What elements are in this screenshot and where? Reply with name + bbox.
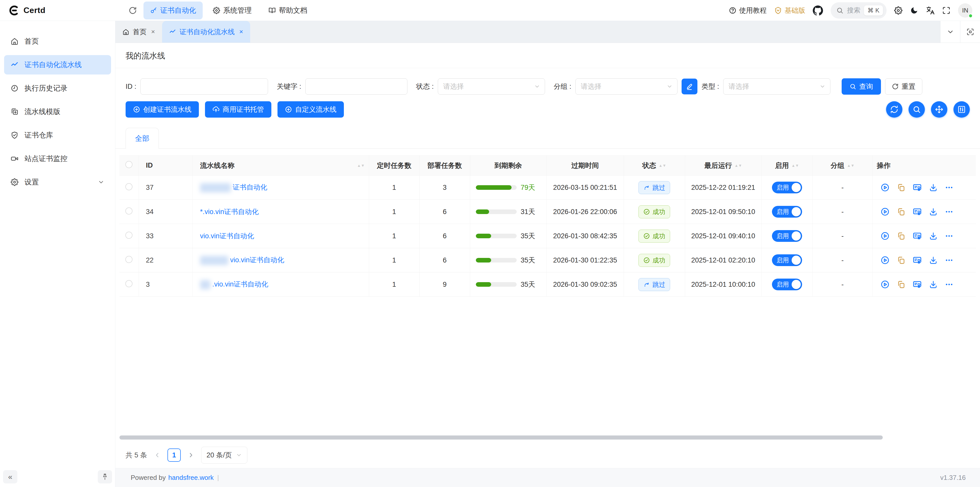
tab-home[interactable]: 首页 × xyxy=(115,21,162,43)
more-actions-button[interactable] xyxy=(945,256,953,265)
sidebar-item-home[interactable]: 首页 xyxy=(4,32,111,51)
enable-toggle[interactable]: 启用 xyxy=(772,254,802,266)
download-certificate-button[interactable] xyxy=(929,232,938,240)
sort-toggle[interactable]: ▲▼ xyxy=(659,164,666,167)
more-actions-button[interactable] xyxy=(945,280,953,289)
view-certificate-button[interactable] xyxy=(913,183,922,192)
more-actions-button[interactable] xyxy=(945,232,953,240)
enable-toggle[interactable]: 启用 xyxy=(772,182,802,194)
maximize-content-button[interactable] xyxy=(960,21,980,43)
fullscreen-icon[interactable] xyxy=(942,6,950,14)
sidebar-item-cert-pipeline[interactable]: 证书自动化流水线 xyxy=(4,55,111,75)
horizontal-scrollbar[interactable] xyxy=(119,435,883,439)
run-pipeline-button[interactable] xyxy=(880,255,889,265)
more-actions-button[interactable] xyxy=(945,208,953,216)
download-certificate-button[interactable] xyxy=(929,183,938,192)
status-filter-select[interactable]: 请选择 xyxy=(438,78,545,95)
view-certificate-button[interactable] xyxy=(913,207,922,216)
enable-toggle[interactable]: 启用 xyxy=(772,279,802,290)
download-certificate-button[interactable] xyxy=(929,280,938,289)
row-checkbox[interactable] xyxy=(125,208,132,214)
sidebar-item-history[interactable]: 执行历史记录 xyxy=(4,79,111,98)
search-toggle-button[interactable] xyxy=(908,101,925,117)
reset-button[interactable]: 重置 xyxy=(885,78,922,95)
copy-pipeline-button[interactable] xyxy=(897,280,905,289)
copy-pipeline-button[interactable] xyxy=(897,256,905,265)
handsfree-link[interactable]: handsfree.work xyxy=(168,474,214,482)
query-button[interactable]: 查询 xyxy=(842,78,881,95)
copy-pipeline-button[interactable] xyxy=(897,232,905,240)
commercial-cert-button[interactable]: 商用证书托管 xyxy=(205,101,271,117)
refresh-button[interactable] xyxy=(129,6,137,14)
move-layout-button[interactable] xyxy=(931,101,947,117)
sidebar-item-templates[interactable]: 流水线模版 xyxy=(4,102,111,121)
sidebar-item-cert-repo[interactable]: 证书仓库 xyxy=(4,125,111,145)
sort-toggle[interactable]: ▲▼ xyxy=(357,164,365,167)
group-tab-all[interactable]: 全部 xyxy=(126,128,159,149)
sort-toggle[interactable]: ▲▼ xyxy=(791,164,799,167)
dark-mode-moon-icon[interactable] xyxy=(910,6,918,14)
pipeline-name-link[interactable]: vio.vin证书自动化 xyxy=(230,256,285,264)
view-certificate-button[interactable] xyxy=(913,232,922,241)
user-avatar[interactable]: IN xyxy=(958,3,972,17)
next-page-button[interactable] xyxy=(188,452,194,459)
row-checkbox[interactable] xyxy=(125,183,132,190)
create-pipeline-button[interactable]: 创建证书流水线 xyxy=(126,101,199,117)
collapse-sidebar-button[interactable]: « xyxy=(3,470,18,484)
sort-toggle[interactable]: ▲▼ xyxy=(847,164,855,167)
edition-badge[interactable]: 基础版 xyxy=(774,6,805,15)
more-actions-button[interactable] xyxy=(945,183,953,192)
view-certificate-button[interactable] xyxy=(913,280,922,289)
pin-sidebar-button[interactable] xyxy=(98,470,112,484)
row-checkbox[interactable] xyxy=(125,280,132,287)
sort-toggle[interactable]: ▲▼ xyxy=(734,164,742,167)
refresh-table-button[interactable] xyxy=(886,101,902,117)
sidebar-item-site-monitor[interactable]: 站点证书监控 xyxy=(4,149,111,168)
row-checkbox[interactable] xyxy=(125,256,132,263)
close-tab-icon[interactable]: × xyxy=(239,28,243,36)
days-remaining: 35天 xyxy=(521,232,535,241)
page-size-select[interactable]: 20 条/页 xyxy=(201,447,247,463)
pipeline-name-link[interactable]: 证书自动化 xyxy=(233,183,267,191)
tutorial-link[interactable]: 使用教程 xyxy=(729,6,767,15)
menu-cert-automation[interactable]: 证书自动化 xyxy=(143,2,203,19)
run-pipeline-button[interactable] xyxy=(880,183,889,192)
copy-pipeline-button[interactable] xyxy=(897,208,905,216)
tab-list-dropdown-button[interactable] xyxy=(940,21,960,43)
page-number-button[interactable]: 1 xyxy=(167,449,181,462)
edit-group-button[interactable] xyxy=(682,79,697,94)
enable-toggle[interactable]: 启用 xyxy=(772,206,802,217)
group-filter-select[interactable]: 请选择 xyxy=(575,78,678,95)
menu-system-management[interactable]: 系统管理 xyxy=(206,2,258,19)
custom-pipeline-button[interactable]: 自定义流水线 xyxy=(277,101,344,117)
view-certificate-button[interactable] xyxy=(913,255,922,265)
pipeline-name-link[interactable]: vio.vin证书自动化 xyxy=(200,232,254,240)
run-pipeline-button[interactable] xyxy=(880,232,889,241)
top-navbar: Certd 证书自动化 系统管理 帮助文档 xyxy=(0,0,980,21)
powered-by-text: Powered by xyxy=(131,474,165,482)
language-icon[interactable] xyxy=(926,6,935,15)
tab-cert-pipeline[interactable]: 证书自动化流水线 × xyxy=(162,21,250,43)
settings-gear-icon[interactable] xyxy=(894,6,902,14)
download-certificate-button[interactable] xyxy=(929,208,938,216)
id-filter-input[interactable] xyxy=(140,78,268,95)
prev-page-button[interactable] xyxy=(154,452,161,459)
select-all-checkbox[interactable] xyxy=(125,161,132,168)
download-certificate-button[interactable] xyxy=(929,256,938,265)
type-filter-select[interactable]: 请选择 xyxy=(723,78,830,95)
global-search[interactable]: 搜索 ⌘ K xyxy=(830,2,886,19)
github-icon[interactable] xyxy=(813,5,823,16)
copy-pipeline-button[interactable] xyxy=(897,183,905,192)
pipeline-name-link[interactable]: *.vio.vin证书自动化 xyxy=(200,208,259,216)
pipeline-name-link[interactable]: .vio.vin证书自动化 xyxy=(212,280,268,288)
enable-toggle[interactable]: 启用 xyxy=(772,230,802,242)
run-pipeline-button[interactable] xyxy=(880,207,889,216)
keyword-filter-input[interactable] xyxy=(305,78,407,95)
type-filter-label: 类型 : xyxy=(702,82,719,91)
run-pipeline-button[interactable] xyxy=(880,280,889,289)
sidebar-item-settings[interactable]: 设置 xyxy=(4,173,111,192)
menu-help-docs[interactable]: 帮助文档 xyxy=(262,2,314,19)
row-checkbox[interactable] xyxy=(125,232,132,239)
close-tab-icon[interactable]: × xyxy=(151,28,155,36)
column-settings-button[interactable] xyxy=(953,101,970,117)
